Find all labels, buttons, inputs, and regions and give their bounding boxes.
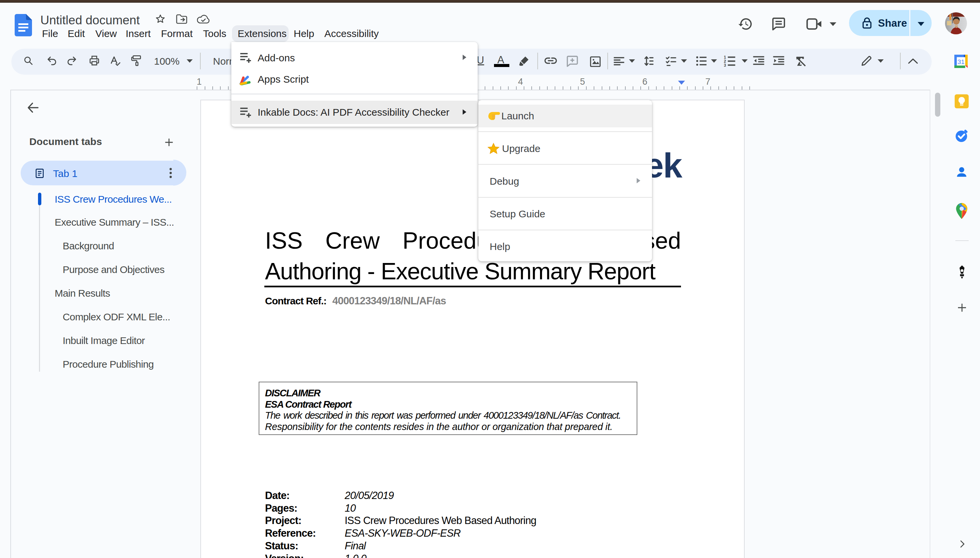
svg-text:3: 3 — [724, 63, 726, 67]
svg-text:31: 31 — [957, 58, 964, 65]
